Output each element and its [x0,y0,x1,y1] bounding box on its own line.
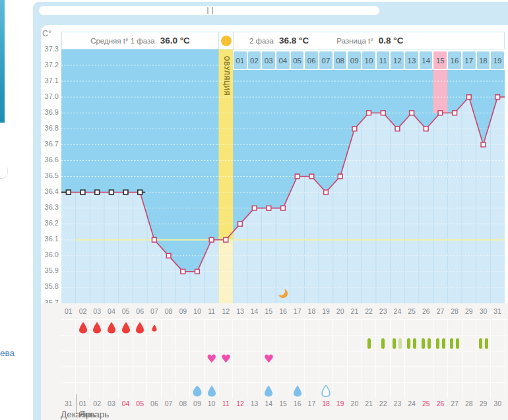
dpo-cell-12[interactable]: 12 [391,51,404,69]
dpo-cell-08[interactable]: 08 [334,51,347,69]
dpo-cell-02[interactable]: 02 [248,51,261,69]
temp-point-day-20[interactable] [338,174,342,179]
calendar-date-10: 10 [208,400,216,407]
cycle-day-06: 06 [136,307,144,315]
temp-point-day-25[interactable] [410,111,414,115]
dpo-cell-01[interactable]: 01 [234,51,247,69]
intercourse-icon-day-12[interactable]: ♥ [221,353,231,365]
y-tick-35.8: 35.8 [41,282,59,290]
pill-icon-day-24[interactable] [398,338,402,349]
temp-point-day-28[interactable] [453,111,457,115]
discharge-icon-day-15[interactable] [264,385,273,397]
temp-point-day-23[interactable] [381,111,385,115]
y-tick-36.1: 36.1 [41,235,59,243]
dpo-cell-13[interactable]: 13 [405,51,418,69]
menstruation-icon-day-4[interactable] [107,322,116,334]
temp-point-day-13[interactable] [238,222,243,226]
temp-point-day-15[interactable] [267,206,271,210]
left-panel-corner [0,167,8,179]
pill-icon-day-26[interactable] [422,338,425,349]
pill-icon-day-30[interactable] [479,338,482,349]
pill-icon-day-27[interactable] [436,338,439,349]
cycle-day-14: 14 [251,307,259,315]
menstruation-icon-day-6[interactable] [135,322,144,334]
dpo-cell-11[interactable]: 11 [377,51,390,69]
dpo-cell-16[interactable]: 16 [448,51,461,69]
dpo-cell-04[interactable]: 04 [276,51,290,69]
temp-point-day-5[interactable] [123,190,128,195]
calendar-date-28: 28 [465,400,473,407]
dpo-cell-05[interactable]: 05 [291,51,304,69]
temp-point-day-12[interactable] [224,237,228,242]
intercourse-icon-day-11[interactable]: ♥ [206,353,216,365]
calendar-date-30: 30 [493,400,501,407]
menstruation-icon-day-2[interactable] [79,322,88,334]
scrollbar-handle[interactable] [207,7,213,14]
discharge-icon-day-11[interactable] [207,385,216,397]
dpo-cell-14[interactable]: 14 [420,51,433,69]
calendar-date-29: 29 [480,400,488,407]
temp-point-day-1[interactable] [66,190,71,195]
cycle-day-16: 16 [279,307,287,315]
pill-icon-day-28[interactable] [450,338,453,349]
temp-point-day-26[interactable] [424,127,428,131]
pill-icon-day-27[interactable] [442,338,445,349]
dpo-cell-17[interactable]: 17 [462,51,476,69]
calendar-date-12: 12 [236,400,244,407]
dpo-cell-19[interactable]: 19 [491,51,504,69]
pill-icon-day-22[interactable] [367,338,371,349]
cycle-day-13: 13 [236,307,244,315]
temp-point-day-19[interactable] [324,190,329,195]
temp-point-day-21[interactable] [352,127,357,131]
dpo-cell-09[interactable]: 09 [348,51,361,69]
discharge-icon-day-19[interactable] [321,385,331,397]
temp-point-day-16[interactable] [281,206,286,210]
temp-point-day-10[interactable] [195,269,200,274]
temp-point-day-18[interactable] [309,174,314,179]
user-link[interactable]: ева [0,348,15,358]
pill-icon-day-24[interactable] [393,338,396,349]
temp-point-day-17[interactable] [295,174,300,179]
dpo-cell-06[interactable]: 06 [305,51,318,69]
menstruation-icon-day-3[interactable] [92,322,102,334]
dpo-cell-15[interactable]: 15 [433,51,447,69]
menstruation-icon-day-7[interactable] [152,324,158,332]
temp-point-day-6[interactable] [138,190,143,195]
temp-point-day-7[interactable] [152,237,157,242]
cycle-day-31: 31 [493,307,501,315]
pill-icon-day-30[interactable] [485,338,488,349]
temp-point-day-8[interactable] [166,253,171,258]
cycle-day-18: 18 [308,307,316,315]
discharge-icon-day-10[interactable] [192,385,202,397]
temp-point-day-22[interactable] [367,111,371,115]
pill-icon-day-28[interactable] [456,338,459,349]
horizontal-scrollbar[interactable] [39,6,379,15]
calendar-date-31: 31 [65,400,73,407]
pill-icon-day-23[interactable] [381,338,385,349]
discharge-icon-day-17[interactable] [293,385,302,397]
left-accent-bar [0,0,5,123]
temp-point-day-29[interactable] [466,95,471,100]
temp-point-day-27[interactable] [438,111,443,115]
temp-point-day-2[interactable] [80,190,85,195]
dpo-cell-10[interactable]: 10 [362,51,375,69]
temp-point-day-31[interactable] [495,95,500,100]
dpo-cell-03[interactable]: 03 [262,51,275,69]
pill-icon-day-25[interactable] [413,338,416,349]
temp-point-day-3[interactable] [95,190,100,195]
temp-point-day-24[interactable] [395,127,400,131]
calendar-date-02: 02 [93,400,101,407]
pill-icon-day-25[interactable] [407,338,410,349]
temp-point-day-4[interactable] [109,190,113,195]
dpo-cell-07[interactable]: 07 [319,51,333,69]
pill-icon-day-26[interactable] [428,338,431,349]
intercourse-icon-day-15[interactable]: ♥ [264,353,274,365]
temp-point-day-14[interactable] [252,206,257,210]
y-tick-36.6: 36.6 [41,156,59,164]
temp-point-day-30[interactable] [481,142,486,147]
temp-point-day-9[interactable] [181,269,185,274]
menstruation-icon-day-5[interactable] [121,322,131,334]
dpo-cell-18[interactable]: 18 [477,51,490,69]
temp-point-day-11[interactable] [209,237,214,242]
phase1-summary: Средняя t° 1 фаза 36.0 °C [61,32,219,49]
